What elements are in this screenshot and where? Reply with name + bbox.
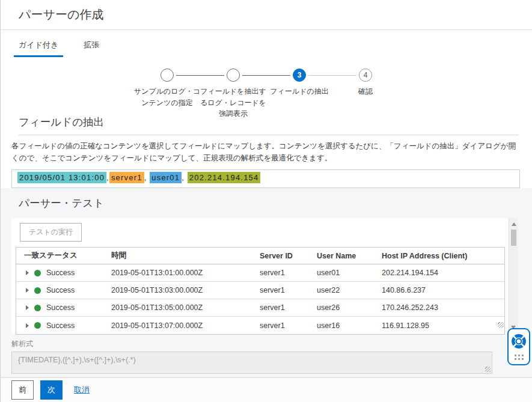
panel-scrollbar[interactable] bbox=[509, 218, 518, 333]
cell-ip: 116.91.128.95 bbox=[382, 321, 504, 330]
tab-advanced[interactable]: 拡張 bbox=[79, 40, 104, 57]
test-results-table: 一致ステータス 時間 Server ID User Name Host IP A… bbox=[16, 247, 505, 335]
step-4-label: 確認 bbox=[331, 86, 400, 97]
col-header-ip: Host IP Address (Client) bbox=[382, 252, 504, 260]
status-text: Success bbox=[46, 286, 75, 294]
table-resize-handle[interactable] bbox=[498, 322, 504, 328]
tab-guided[interactable]: ガイド付き bbox=[14, 40, 63, 57]
log-segment-user[interactable]: user01 bbox=[150, 172, 182, 183]
table-row: Success 2019-05-01T13:05:00.000Z server1… bbox=[16, 299, 504, 317]
step-2-label: フィールドを抽出するログ・レコードを強調表示 bbox=[198, 86, 268, 120]
parse-expression-value: {TIMEDATE},([^,]+),\s+([^,]+),\s+(.*) bbox=[18, 356, 136, 364]
status-text: Success bbox=[46, 321, 75, 330]
log-sample-box: 2019/05/01 13:01:00,server1, user01, 202… bbox=[11, 169, 520, 188]
help-widget[interactable] bbox=[507, 328, 530, 365]
col-header-server: Server ID bbox=[260, 252, 317, 260]
create-parser-dialog: パーサーの作成 ガイド付き 拡張 サンプルのログ・コンテンツの指定 フィールドを… bbox=[0, 0, 532, 402]
cell-server: server1 bbox=[260, 286, 317, 294]
textarea-resize-handle[interactable] bbox=[485, 367, 491, 372]
extraction-divider bbox=[19, 135, 519, 135]
step-2: フィールドを抽出するログ・レコードを強調表示 bbox=[198, 69, 268, 120]
col-header-user: User Name bbox=[317, 252, 382, 260]
life-ring-icon bbox=[511, 333, 527, 352]
cell-user: user16 bbox=[317, 321, 382, 330]
cell-user: user26 bbox=[317, 303, 382, 312]
cell-server: server1 bbox=[260, 321, 317, 330]
scrollbar-thumb[interactable] bbox=[511, 230, 516, 246]
progress-stepper: サンプルのログ・コンテンツの指定 フィールドを抽出するログ・レコードを強調表示 … bbox=[1, 63, 532, 114]
cell-server: server1 bbox=[260, 269, 317, 277]
parse-expression-label: 解析式 bbox=[11, 339, 532, 349]
parser-test-heading: パーサー・テスト bbox=[19, 188, 532, 210]
log-segment-ip[interactable]: 202.214.194.154 bbox=[188, 172, 261, 183]
status-text: Success bbox=[46, 269, 75, 277]
step-3-circle[interactable]: 3 bbox=[293, 69, 306, 82]
parse-expression-field[interactable]: {TIMEDATE},([^,]+),\s+([^,]+),\s+(.*) bbox=[11, 352, 492, 374]
expand-row-icon[interactable] bbox=[26, 305, 29, 310]
table-row: Success 2019-05-01T13:03:00.000Z server1… bbox=[16, 282, 504, 299]
log-segment-server[interactable]: server1 bbox=[109, 172, 144, 183]
step-4: 4 確認 bbox=[331, 69, 400, 97]
col-header-time: 時間 bbox=[111, 251, 260, 261]
step-4-number: 4 bbox=[364, 71, 368, 79]
cell-time: 2019-05-01T13:03:00.000Z bbox=[111, 286, 260, 294]
expand-row-icon[interactable] bbox=[26, 323, 29, 328]
scroll-up-icon[interactable] bbox=[512, 222, 516, 226]
extraction-heading: フィールドの抽出 bbox=[19, 115, 532, 129]
cancel-link[interactable]: 取消 bbox=[74, 385, 90, 395]
step-3: 3 フィールドの抽出 bbox=[264, 69, 334, 97]
cell-user: user01 bbox=[317, 269, 382, 277]
cell-server: server1 bbox=[260, 303, 317, 312]
step-1-label: サンプルのログ・コンテンツの指定 bbox=[132, 86, 202, 108]
success-status-icon bbox=[34, 287, 41, 294]
cell-time: 2019-05-01T13:07:00.000Z bbox=[111, 321, 260, 330]
step-4-circle[interactable]: 4 bbox=[359, 69, 372, 82]
extraction-description: 各フィールドの値の正確なコンテンツを選択してフィールドにマップします。コンテンツ… bbox=[11, 140, 522, 164]
run-test-button[interactable]: テストの実行 bbox=[20, 223, 82, 242]
cell-time: 2019-05-01T13:01:00.000Z bbox=[111, 269, 260, 277]
step-2-circle[interactable] bbox=[227, 69, 240, 82]
step-3-label: フィールドの抽出 bbox=[264, 86, 334, 97]
cell-ip: 202.214.194.154 bbox=[382, 269, 504, 277]
page-title: パーサーの作成 bbox=[19, 7, 532, 23]
parser-test-section: パーサー・テスト テストの実行 一致ステータス 時間 Server ID Use… bbox=[1, 188, 532, 389]
expand-row-icon[interactable] bbox=[26, 288, 29, 293]
log-separator: , bbox=[144, 173, 150, 182]
previous-button[interactable]: 前 bbox=[11, 380, 34, 400]
next-button[interactable]: 次 bbox=[40, 380, 63, 400]
cell-ip: 140.86.6.237 bbox=[382, 286, 504, 294]
table-row: Success 2019-05-01T13:07:00.000Z server1… bbox=[16, 317, 504, 334]
table-row: Success 2019-05-01T13:01:00.000Z server1… bbox=[16, 264, 504, 282]
cell-user: user22 bbox=[317, 286, 382, 294]
test-results-panel: テストの実行 一致ステータス 時間 Server ID User Name Ho… bbox=[11, 218, 518, 333]
log-segment-time[interactable]: 2019/05/01 13:01:00 bbox=[17, 172, 106, 183]
success-status-icon bbox=[34, 305, 41, 311]
log-separator: , bbox=[182, 173, 188, 182]
tab-bar: ガイド付き 拡張 bbox=[14, 40, 532, 57]
step-3-number: 3 bbox=[298, 71, 302, 79]
step-1-circle[interactable] bbox=[161, 69, 174, 82]
col-header-status: 一致ステータス bbox=[16, 251, 111, 261]
success-status-icon bbox=[34, 270, 41, 276]
cell-time: 2019-05-01T13:05:00.000Z bbox=[111, 303, 260, 312]
drag-handle-dots-icon[interactable] bbox=[515, 355, 524, 360]
dialog-footer: 前 次 取消 bbox=[1, 377, 532, 402]
cell-ip: 170.246.252.243 bbox=[382, 303, 504, 312]
table-header-row: 一致ステータス 時間 Server ID User Name Host IP A… bbox=[16, 248, 504, 264]
dialog-header: パーサーの作成 bbox=[1, 0, 532, 30]
expand-row-icon[interactable] bbox=[26, 270, 29, 275]
success-status-icon bbox=[34, 322, 41, 329]
step-1: サンプルのログ・コンテンツの指定 bbox=[132, 69, 202, 108]
status-text: Success bbox=[46, 303, 75, 312]
